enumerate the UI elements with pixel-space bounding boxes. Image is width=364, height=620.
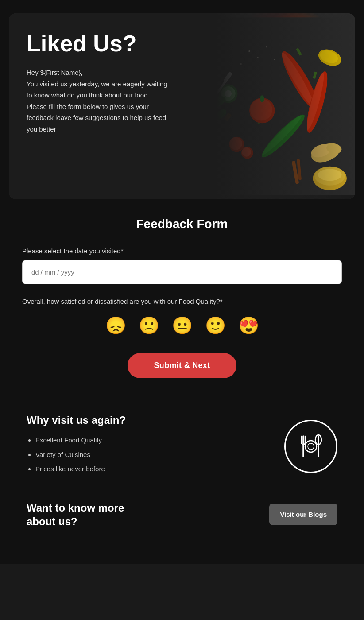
why-visit-section: Why visit us again? Excellent Food Quali… — [22, 414, 342, 479]
submit-next-button[interactable]: Submit & Next — [128, 353, 237, 378]
hero-body: Hey ${First Name}, You visited us yester… — [27, 67, 168, 135]
svg-point-47 — [308, 443, 314, 450]
blog-section: Want to know more about us? Visit our Bl… — [22, 501, 342, 528]
hero-left: Liked Us? Hey ${First Name}, You visited… — [9, 13, 355, 199]
emoji-very-dissatisfied[interactable]: 😞 — [104, 314, 128, 337]
why-title: Why visit us again? — [27, 414, 267, 426]
date-field-section: Please select the date you visited* — [22, 247, 342, 284]
list-item: Prices like never before — [35, 464, 267, 474]
emoji-very-satisfied[interactable]: 😍 — [236, 314, 261, 337]
why-left-content: Why visit us again? Excellent Food Quali… — [27, 414, 267, 479]
blog-btn-highlight: Blogs — [308, 511, 327, 518]
date-label: Please select the date you visited* — [22, 247, 342, 255]
blog-btn-prefix: Visit our — [280, 511, 308, 518]
emoji-satisfied[interactable]: 🙂 — [203, 314, 228, 337]
main-content: Feedback Form Please select the date you… — [9, 199, 355, 537]
satisfaction-section: Overall, how satisfied or dissatisfied a… — [22, 298, 342, 337]
why-reasons-list: Excellent Food Quality Variety of Cuisin… — [27, 435, 267, 474]
satisfaction-label: Overall, how satisfied or dissatisfied a… — [22, 298, 342, 305]
form-section-title: Feedback Form — [22, 217, 342, 231]
emoji-dissatisfied[interactable]: 🙁 — [137, 314, 161, 337]
section-divider — [22, 396, 342, 396]
hero-greeting: Hey ${First Name}, — [27, 69, 83, 76]
emoji-rating-row: 😞 🙁 😐 🙂 😍 — [22, 314, 342, 337]
emoji-neutral[interactable]: 😐 — [170, 314, 194, 337]
restaurant-icon-svg — [295, 431, 326, 462]
restaurant-icon-circle — [284, 420, 337, 473]
hero-message: You visited us yesterday, we are eagerly… — [27, 80, 167, 133]
blog-title: Want to know more about us? — [27, 501, 142, 528]
list-item: Excellent Food Quality — [35, 435, 267, 446]
hero-title: Liked Us? — [27, 31, 342, 56]
visit-blogs-button[interactable]: Visit our Blogs — [269, 504, 337, 525]
list-item: Variety of Cuisines — [35, 450, 267, 460]
hero-banner: Liked Us? Hey ${First Name}, You visited… — [9, 13, 355, 199]
date-input[interactable] — [22, 260, 342, 284]
page-wrapper: Liked Us? Hey ${First Name}, You visited… — [0, 0, 364, 564]
svg-point-46 — [305, 441, 317, 452]
